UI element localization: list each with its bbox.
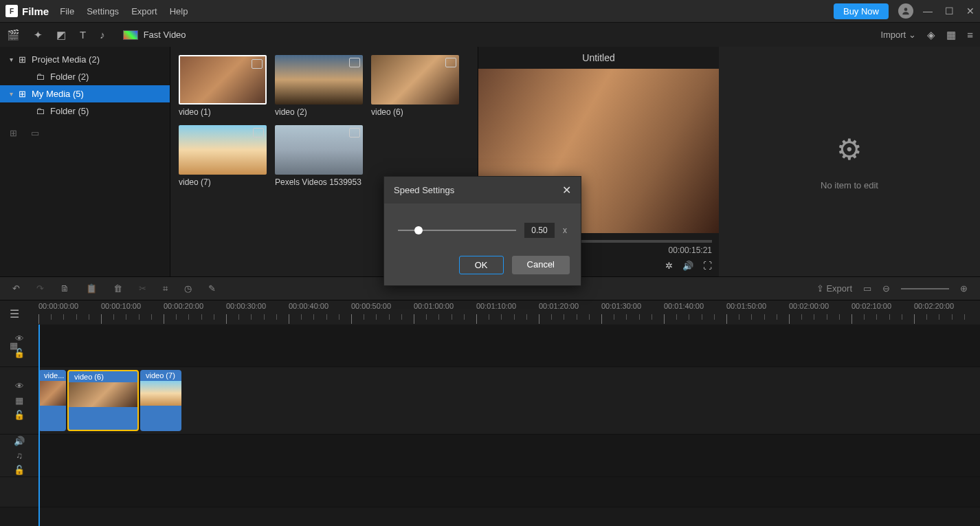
ruler-label: 00:01:30:00: [601, 302, 641, 310]
split-icon[interactable]: ✂: [139, 283, 146, 294]
redo-icon[interactable]: ↷: [36, 283, 44, 294]
media-item[interactable]: video (7): [179, 125, 267, 187]
visibility-icon[interactable]: 👁: [15, 381, 24, 391]
speed-value[interactable]: 0.50: [524, 223, 555, 238]
export-label: Export: [826, 283, 852, 294]
video-badge-icon: [445, 58, 456, 67]
speed-icon[interactable]: ◷: [184, 283, 192, 294]
video-track-2: 👁 ▦ 🔓: [0, 325, 980, 367]
caret-down-icon: ▾: [10, 90, 13, 98]
ruler-label: 00:01:20:00: [539, 302, 579, 310]
color-icon[interactable]: ✎: [208, 283, 216, 294]
ruler-label: 00:00:30:00: [226, 302, 266, 310]
inspector-panel: ⚙ No item to edit: [719, 47, 980, 276]
fast-video-label: Fast Video: [144, 30, 186, 40]
playhead[interactable]: [38, 325, 40, 526]
buy-now-button[interactable]: Buy Now: [834, 3, 889, 19]
slider-thumb[interactable]: [414, 226, 423, 234]
menu-settings[interactable]: Settings: [87, 6, 119, 17]
speed-settings-dialog: Speed Settings ✕ 0.50 x OK Cancel: [383, 176, 581, 286]
app-name: Filme: [22, 6, 49, 17]
settings-icon[interactable]: ✲: [665, 261, 673, 271]
tree-my-folder[interactable]: 🗀 Folder (5): [0, 102, 170, 120]
fullscreen-icon[interactable]: ⛶: [703, 261, 712, 271]
app-logo: F Filme: [5, 5, 49, 17]
caret-down-icon: ▾: [10, 56, 13, 63]
undo-icon[interactable]: ↶: [12, 283, 20, 294]
text-tab-icon[interactable]: T: [80, 29, 86, 41]
delete-icon[interactable]: 🗑: [113, 283, 122, 294]
spare-track: [0, 477, 980, 507]
aspect-icon[interactable]: ▭: [863, 283, 871, 294]
maximize-icon[interactable]: ☐: [945, 6, 954, 17]
lock-icon[interactable]: 🔓: [14, 410, 25, 420]
zoom-in-icon[interactable]: ⊕: [960, 283, 968, 294]
briefcase-icon[interactable]: ▭: [31, 128, 39, 138]
cancel-button[interactable]: Cancel: [512, 256, 570, 274]
media-item[interactable]: video (6): [371, 55, 459, 117]
timeline-clip[interactable]: video (6): [67, 370, 139, 431]
ruler-label: 00:01:40:00: [664, 302, 704, 310]
track-type-icon: ♫: [16, 450, 23, 461]
tree-project-folder[interactable]: 🗀 Folder (2): [0, 68, 170, 85]
media-tab-icon[interactable]: 🎬: [7, 29, 20, 41]
volume-icon[interactable]: 🔊: [14, 436, 25, 446]
lock-icon[interactable]: 🔓: [14, 465, 25, 475]
layers-icon[interactable]: ◈: [927, 29, 935, 41]
zoom-out-icon[interactable]: ⊖: [882, 283, 890, 294]
timeline-clip[interactable]: video (7): [140, 370, 181, 431]
media-label: video (6): [371, 107, 459, 117]
audio-tab-icon[interactable]: ♪: [100, 29, 105, 41]
grid-view-icon[interactable]: ▦: [946, 29, 956, 41]
logo-icon: F: [5, 5, 18, 17]
transitions-tab-icon[interactable]: ◩: [56, 29, 66, 41]
ruler-label: 00:01:50:00: [726, 302, 766, 310]
grid-icon: ⊞: [19, 54, 26, 65]
tree-label: Folder (2): [50, 72, 89, 82]
add-folder-icon[interactable]: ⊞: [10, 128, 17, 138]
ruler-label: 00:01:10:00: [476, 302, 516, 310]
dialog-close-icon[interactable]: ✕: [562, 184, 571, 197]
media-item[interactable]: Pexels Videos 1539953: [275, 125, 363, 187]
track-type-icon: ▦: [15, 395, 23, 406]
copy-icon[interactable]: 🗎: [60, 283, 69, 294]
timeline-menu-icon[interactable]: ☰: [10, 307, 19, 320]
chevron-down-icon: ⌄: [909, 30, 916, 40]
media-item[interactable]: video (1): [179, 55, 267, 117]
account-icon[interactable]: [898, 3, 913, 19]
menu-help[interactable]: Help: [170, 6, 188, 17]
sort-icon[interactable]: ≡: [967, 29, 973, 41]
close-icon[interactable]: ✕: [966, 6, 975, 17]
ruler-label: 00:00:50:00: [351, 302, 391, 310]
tree-label: My Media (5): [32, 89, 84, 99]
media-item[interactable]: video (2): [275, 55, 363, 117]
import-button[interactable]: Import ⌄: [880, 30, 916, 40]
export-button[interactable]: ⇪ Export: [816, 283, 852, 294]
timeline-tracks: 👁 ▦ 🔓 👁 ▦ 🔓 vide...video (6)video (7) 🔊 …: [0, 325, 980, 507]
timeline-ruler[interactable]: ☰ 00:00:00:0000:00:10:0000:00:20:0000:00…: [0, 300, 980, 325]
volume-icon[interactable]: 🔊: [682, 261, 693, 271]
tree-my-media[interactable]: ▾ ⊞ My Media (5): [0, 85, 170, 102]
ruler-label: 00:00:40:00: [289, 302, 328, 310]
menu-file[interactable]: File: [60, 6, 74, 17]
media-label: video (1): [179, 107, 267, 117]
ruler-label: 00:00:20:00: [164, 302, 203, 310]
paste-icon[interactable]: 📋: [86, 283, 97, 294]
speed-unit: x: [563, 226, 567, 235]
media-label: video (7): [179, 177, 267, 187]
fast-video-button[interactable]: Fast Video: [123, 30, 186, 40]
dialog-title: Speed Settings: [394, 185, 454, 195]
ruler-label: 00:00:10:00: [101, 302, 141, 310]
speed-slider[interactable]: [398, 230, 516, 231]
zoom-slider[interactable]: [901, 288, 949, 289]
effects-tab-icon[interactable]: ✦: [34, 29, 43, 41]
minimize-icon[interactable]: —: [923, 6, 933, 17]
crop-icon[interactable]: ⌗: [163, 283, 168, 294]
timeline-clip[interactable]: vide...: [38, 370, 66, 431]
menu-export[interactable]: Export: [131, 6, 157, 17]
tab-toolbar: 🎬 ✦ ◩ T ♪ Fast Video Import ⌄ ◈ ▦ ≡: [0, 22, 980, 47]
ruler-label: 00:01:00:00: [414, 302, 454, 310]
tree-project-media[interactable]: ▾ ⊞ Project Media (2): [0, 51, 170, 68]
ok-button[interactable]: OK: [459, 256, 504, 274]
tree-label: Project Media (2): [32, 54, 100, 65]
